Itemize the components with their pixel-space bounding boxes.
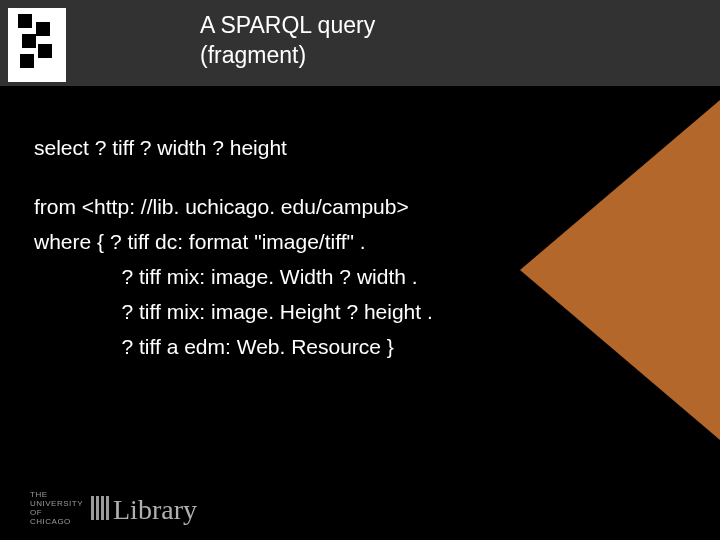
query-line: select ? tiff ? width ? height [34, 130, 433, 165]
svg-rect-4 [20, 54, 34, 68]
title-line-1: A SPARQL query [200, 10, 375, 40]
slide-title: A SPARQL query (fragment) [200, 10, 375, 70]
footer-logo: THE UNIVERSITY OF CHICAGO Library [30, 490, 197, 526]
svg-rect-3 [38, 44, 52, 58]
library-wordmark: Library [91, 494, 197, 526]
query-body: select ? tiff ? width ? height from <htt… [34, 130, 433, 364]
logo-icon [8, 8, 66, 82]
svg-rect-1 [36, 22, 50, 36]
query-line: ? tiff mix: image. Height ? height . [34, 294, 433, 329]
svg-rect-0 [18, 14, 32, 28]
query-line: ? tiff a edm: Web. Resource } [34, 329, 433, 364]
title-line-2: (fragment) [200, 40, 375, 70]
query-line: where { ? tiff dc: format "image/tiff" . [34, 224, 433, 259]
university-wordmark: THE UNIVERSITY OF CHICAGO [30, 490, 83, 526]
slide: A SPARQL query (fragment) select ? tiff … [0, 0, 720, 540]
svg-rect-2 [22, 34, 36, 48]
query-line: from <http: //lib. uchicago. edu/campub> [34, 189, 433, 224]
accent-wedge [520, 100, 720, 440]
title-bar: A SPARQL query (fragment) [0, 0, 720, 86]
query-line: ? tiff mix: image. Width ? width . [34, 259, 433, 294]
